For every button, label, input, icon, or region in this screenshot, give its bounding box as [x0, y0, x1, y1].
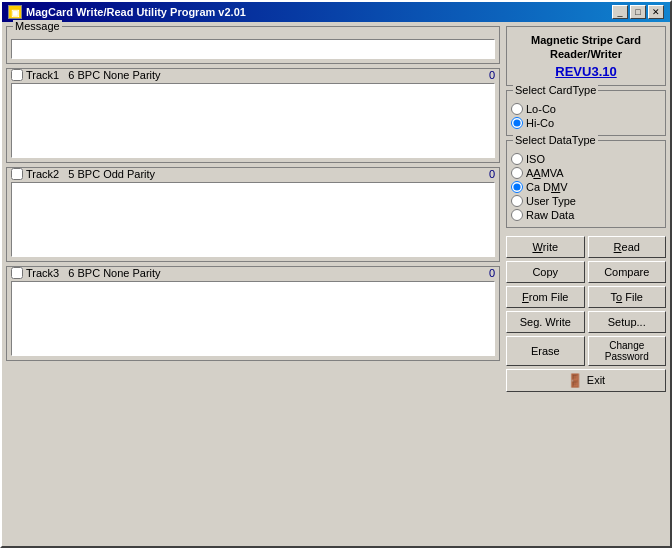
track3-counter: 0	[489, 267, 495, 279]
window-title: MagCard Write/Read Utility Program v2.01	[26, 6, 246, 18]
card-type-label: Select CardType	[513, 84, 598, 96]
compare-button[interactable]: Compare	[588, 261, 667, 283]
track1-group: Track1 6 BPC None Parity 0	[6, 68, 500, 163]
minimize-button[interactable]: _	[612, 5, 628, 19]
message-input[interactable]	[11, 39, 495, 59]
lo-co-radio[interactable]	[511, 103, 523, 115]
radio-ca-dmv: Ca DMV	[511, 181, 661, 193]
hi-co-radio[interactable]	[511, 117, 523, 129]
radio-iso: ISO	[511, 153, 661, 165]
track3-checkbox[interactable]	[11, 267, 23, 279]
exit-label: Exit	[587, 374, 605, 386]
user-type-radio[interactable]	[511, 195, 523, 207]
title-bar-text: ▣ MagCard Write/Read Utility Program v2.…	[8, 5, 246, 19]
track1-counter: 0	[489, 69, 495, 81]
to-file-button[interactable]: To File	[588, 286, 667, 308]
exit-icon: 🚪	[567, 373, 583, 388]
track2-header: Track2 5 BPC Odd Parity 0	[11, 168, 495, 180]
data-type-label: Select DataType	[513, 134, 598, 146]
close-button[interactable]: ✕	[648, 5, 664, 19]
track1-label: Track1 6 BPC None Parity	[11, 69, 161, 81]
maximize-button[interactable]: □	[630, 5, 646, 19]
card-type-group: Select CardType Lo-Co Hi-Co	[506, 90, 666, 136]
user-type-label[interactable]: User Type	[526, 195, 576, 207]
right-panel: Magnetic Stripe Card Reader/Writer REVU3…	[506, 26, 666, 542]
track1-checkbox[interactable]	[11, 69, 23, 81]
radio-raw-data: Raw Data	[511, 209, 661, 221]
reader-version: REVU3.10	[513, 64, 659, 79]
action-buttons: Write Read Copy Compare From File To Fil…	[506, 236, 666, 392]
track3-textarea[interactable]	[11, 281, 495, 356]
iso-label[interactable]: ISO	[526, 153, 545, 165]
main-window: ▣ MagCard Write/Read Utility Program v2.…	[0, 0, 672, 548]
track2-checkbox[interactable]	[11, 168, 23, 180]
title-bar-controls: _ □ ✕	[612, 5, 664, 19]
hi-co-label[interactable]: Hi-Co	[526, 117, 554, 129]
radio-user-type: User Type	[511, 195, 661, 207]
lo-co-label[interactable]: Lo-Co	[526, 103, 556, 115]
setup-button[interactable]: Setup...	[588, 311, 667, 333]
reader-title-line2: Reader/Writer	[513, 47, 659, 61]
ca-dmv-radio[interactable]	[511, 181, 523, 193]
from-file-button[interactable]: From File	[506, 286, 585, 308]
change-password-button[interactable]: Change Password	[588, 336, 667, 366]
track2-textarea[interactable]	[11, 182, 495, 257]
erase-button[interactable]: Erase	[506, 336, 585, 366]
raw-data-label[interactable]: Raw Data	[526, 209, 574, 221]
message-group: Message	[6, 26, 500, 64]
ca-dmv-label[interactable]: Ca DMV	[526, 181, 568, 193]
reader-title-line1: Magnetic Stripe Card	[513, 33, 659, 47]
left-panel: Message Track1 6 BPC None Parity 0	[6, 26, 500, 542]
track1-textarea[interactable]	[11, 83, 495, 158]
radio-aamva: AAMVA	[511, 167, 661, 179]
title-bar: ▣ MagCard Write/Read Utility Program v2.…	[2, 2, 670, 22]
aamva-radio[interactable]	[511, 167, 523, 179]
raw-data-radio[interactable]	[511, 209, 523, 221]
app-icon: ▣	[8, 5, 22, 19]
track3-group: Track3 6 BPC None Parity 0	[6, 266, 500, 361]
write-button[interactable]: Write	[506, 236, 585, 258]
track2-label: Track2 5 BPC Odd Parity	[11, 168, 155, 180]
track2-group: Track2 5 BPC Odd Parity 0	[6, 167, 500, 262]
exit-button[interactable]: 🚪 Exit	[506, 369, 666, 392]
copy-button[interactable]: Copy	[506, 261, 585, 283]
iso-radio[interactable]	[511, 153, 523, 165]
window-content: Message Track1 6 BPC None Parity 0	[2, 22, 670, 546]
read-button[interactable]: Read	[588, 236, 667, 258]
reader-info-box: Magnetic Stripe Card Reader/Writer REVU3…	[506, 26, 666, 86]
message-label: Message	[13, 20, 62, 32]
track3-label: Track3 6 BPC None Parity	[11, 267, 161, 279]
radio-hi-co: Hi-Co	[511, 117, 661, 129]
track3-header: Track3 6 BPC None Parity 0	[11, 267, 495, 279]
seg-write-button[interactable]: Seg. Write	[506, 311, 585, 333]
data-type-group: Select DataType ISO AAMVA Ca DMV	[506, 140, 666, 228]
track1-header: Track1 6 BPC None Parity 0	[11, 69, 495, 81]
track2-counter: 0	[489, 168, 495, 180]
aamva-label[interactable]: AAMVA	[526, 167, 564, 179]
radio-lo-co: Lo-Co	[511, 103, 661, 115]
